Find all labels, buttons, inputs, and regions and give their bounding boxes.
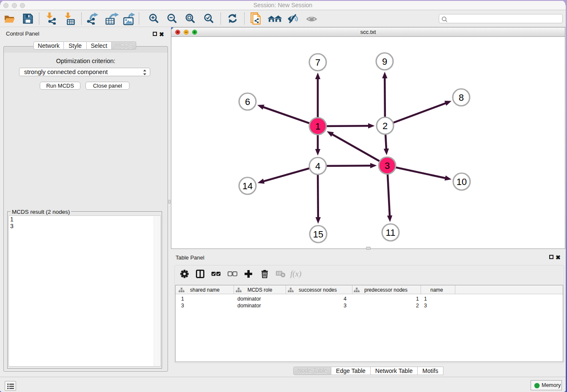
svg-text:6: 6 [245, 97, 250, 107]
svg-text:9: 9 [382, 56, 387, 67]
svg-text:7: 7 [315, 57, 320, 68]
svg-text:4: 4 [315, 161, 320, 171]
svg-text:11: 11 [386, 227, 396, 238]
svg-text:14: 14 [242, 181, 253, 191]
svg-text:15: 15 [313, 229, 323, 240]
svg-text:2: 2 [383, 121, 388, 131]
svg-text:10: 10 [457, 177, 467, 187]
svg-text:8: 8 [459, 92, 464, 103]
svg-text:1: 1 [315, 121, 320, 132]
svg-text:3: 3 [385, 160, 390, 171]
